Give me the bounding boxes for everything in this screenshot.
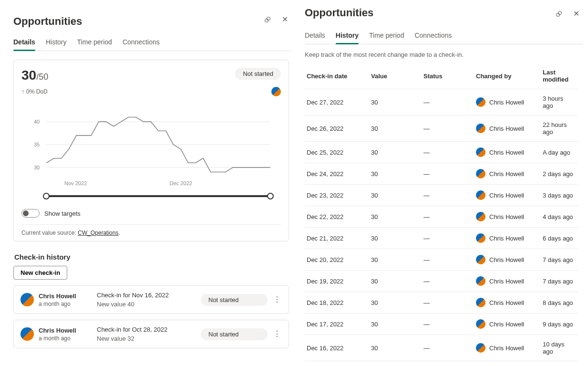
table-row[interactable]: Dec 17, 202230—Chris Howell9 days ago bbox=[305, 314, 578, 335]
cell-status: — bbox=[422, 142, 474, 163]
cell-date: Dec 17, 2022 bbox=[305, 314, 369, 335]
table-row[interactable]: Dec 16, 202230—Chris Howell10 days ago bbox=[305, 335, 578, 361]
tab-details[interactable]: Details bbox=[13, 34, 35, 51]
checkin-detail: New value 40 bbox=[97, 301, 196, 308]
tab-history[interactable]: History bbox=[336, 28, 359, 44]
table-row[interactable]: Dec 15, 202230—Chris Howell11 days ago bbox=[305, 361, 578, 366]
cell-value: 30 bbox=[369, 185, 422, 206]
more-icon[interactable]: ⋮ bbox=[272, 296, 282, 303]
avatar bbox=[476, 124, 485, 133]
slider-handle-right[interactable] bbox=[267, 193, 274, 199]
col-checkin-date[interactable]: Check-in date bbox=[305, 63, 369, 89]
cell-last-modified: 7 days ago bbox=[541, 271, 578, 292]
close-icon[interactable]: ✕ bbox=[281, 15, 289, 24]
avatar bbox=[476, 255, 485, 264]
cell-value: 30 bbox=[369, 142, 422, 163]
col-value[interactable]: Value bbox=[369, 63, 422, 89]
copy-link-icon[interactable] bbox=[263, 15, 272, 24]
table-row[interactable]: Dec 24, 202230—Chris Howell2 days ago bbox=[305, 163, 578, 185]
show-targets-toggle[interactable] bbox=[21, 209, 40, 218]
table-row[interactable]: Dec 22, 202230—Chris Howell4 days ago bbox=[305, 206, 578, 228]
arrow-up-icon: ↑ bbox=[21, 88, 24, 95]
more-icon[interactable]: ⋮ bbox=[272, 330, 282, 338]
tab-time-period[interactable]: Time period bbox=[369, 28, 404, 44]
copy-link-icon[interactable] bbox=[554, 9, 564, 19]
cell-changed-by: Chris Howell bbox=[474, 89, 541, 115]
svg-point-10 bbox=[558, 11, 562, 15]
dod-text: 0% DoD bbox=[26, 88, 48, 95]
table-row[interactable]: Dec 20, 202230—Chris Howell7 days ago bbox=[305, 249, 578, 271]
table-row[interactable]: Dec 26, 202230—Chris Howell22 hours ago bbox=[305, 115, 578, 142]
dod-indicator: ↑ 0% DoD bbox=[21, 88, 48, 95]
cell-changed-by: Chris Howell bbox=[474, 185, 541, 206]
table-row[interactable]: Dec 27, 202230—Chris Howell3 hours ago bbox=[305, 89, 578, 115]
cell-status: — bbox=[422, 249, 474, 271]
cell-status: — bbox=[422, 271, 474, 292]
table-row[interactable]: Dec 23, 202230—Chris Howell3 days ago bbox=[305, 185, 578, 206]
time-range-slider[interactable] bbox=[46, 192, 270, 200]
history-pane: Opportunities ✕ Details History Time per… bbox=[295, 0, 588, 366]
col-changed-by[interactable]: Changed by bbox=[474, 63, 541, 89]
cell-changed-by: Chris Howell bbox=[474, 249, 541, 271]
metric-current: 30 bbox=[21, 68, 36, 83]
cell-last-modified: 7 days ago bbox=[541, 249, 578, 271]
svg-text:Nov 2022: Nov 2022 bbox=[64, 180, 87, 186]
user-name: Chris Howell bbox=[489, 278, 524, 285]
cell-value: 30 bbox=[369, 206, 422, 228]
cell-changed-by: Chris Howell bbox=[474, 335, 541, 361]
col-status[interactable]: Status bbox=[422, 63, 474, 89]
cell-date: Dec 16, 2022 bbox=[305, 335, 369, 361]
status-badge: Not started bbox=[235, 68, 281, 80]
tab-details[interactable]: Details bbox=[305, 28, 325, 44]
cell-date: Dec 24, 2022 bbox=[305, 163, 369, 185]
metric-target: /50 bbox=[36, 72, 48, 82]
cell-value: 30 bbox=[369, 163, 422, 185]
checkin-card[interactable]: Chris Howella month agoCheck-in for Oct … bbox=[13, 320, 289, 348]
svg-point-1 bbox=[265, 19, 268, 22]
checkin-card[interactable]: Chris Howella month agoCheck-in for Nov … bbox=[13, 285, 289, 314]
tabs: Details History Time period Connections bbox=[13, 34, 292, 51]
table-row[interactable]: Dec 25, 202230—Chris HowellA day ago bbox=[305, 142, 578, 163]
checkin-title: Check-in for Oct 28, 2022 bbox=[97, 326, 196, 333]
metric-value: 30/50 bbox=[21, 68, 48, 83]
tab-connections[interactable]: Connections bbox=[123, 34, 160, 51]
avatar bbox=[476, 276, 485, 286]
table-row[interactable]: Dec 21, 202230—Chris Howell6 days ago bbox=[305, 228, 578, 249]
cell-value: 30 bbox=[369, 249, 422, 271]
cell-status: — bbox=[422, 185, 474, 206]
cell-date: Dec 15, 2022 bbox=[305, 361, 369, 366]
avatar[interactable] bbox=[271, 87, 281, 96]
col-last-modified[interactable]: Last modified bbox=[541, 63, 578, 89]
table-row[interactable]: Dec 19, 202230—Chris Howell7 days ago bbox=[305, 271, 578, 292]
avatar bbox=[476, 97, 485, 107]
user-name: Chris Howell bbox=[489, 345, 524, 352]
cell-last-modified: 2 days ago bbox=[541, 163, 578, 185]
details-pane: Opportunities ✕ Details History Time per… bbox=[0, 0, 295, 366]
cell-last-modified: 10 days ago bbox=[541, 335, 578, 361]
source-row: Current value source: CW_Operations. bbox=[21, 230, 281, 236]
user-name: Chris Howell bbox=[489, 192, 524, 199]
cell-last-modified: 9 days ago bbox=[541, 314, 578, 335]
cell-changed-by: Chris Howell bbox=[474, 228, 541, 249]
cell-status: — bbox=[422, 206, 474, 228]
tab-connections[interactable]: Connections bbox=[414, 28, 452, 44]
table-row[interactable]: Dec 18, 202230—Chris Howell8 days ago bbox=[305, 292, 578, 314]
cell-status: — bbox=[422, 335, 474, 361]
avatar bbox=[476, 190, 485, 200]
trend-chart: 303540 Nov 2022Dec 2022 bbox=[21, 110, 281, 200]
tab-time-period[interactable]: Time period bbox=[77, 34, 112, 51]
checkin-title: Check-in for Nov 16, 2022 bbox=[97, 292, 196, 299]
cell-last-modified: 11 days ago bbox=[541, 361, 578, 366]
tab-history[interactable]: History bbox=[46, 34, 67, 51]
svg-point-0 bbox=[267, 17, 270, 21]
user-name: Chris Howell bbox=[489, 256, 524, 263]
user-name: Chris Howell bbox=[489, 213, 524, 220]
avatar bbox=[476, 298, 485, 307]
cell-changed-by: Chris Howell bbox=[474, 292, 541, 314]
new-checkin-button[interactable]: New check-in bbox=[13, 266, 67, 280]
cell-date: Dec 20, 2022 bbox=[305, 249, 369, 271]
source-link[interactable]: CW_Operations bbox=[78, 230, 118, 236]
slider-handle-left[interactable] bbox=[43, 193, 50, 199]
checkin-user-name: Chris Howell bbox=[39, 293, 76, 300]
close-icon[interactable]: ✕ bbox=[572, 9, 580, 19]
